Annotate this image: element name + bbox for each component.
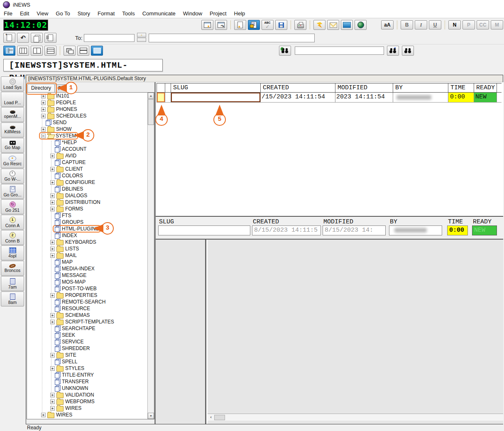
tree-item-media-index[interactable]: MEDIA-INDEX xyxy=(27,265,154,272)
sidebar-button-loadsys[interactable]: Load Sys xyxy=(1,76,24,91)
search-scope-button[interactable] xyxy=(279,46,291,56)
character-case-button[interactable]: aA xyxy=(381,20,394,29)
italic-button[interactable]: I xyxy=(415,20,427,29)
tree-item-service[interactable]: SERVICE xyxy=(27,338,154,345)
tree-item-people[interactable]: +PEOPLE xyxy=(27,99,154,106)
layout-three-columns-button[interactable] xyxy=(17,46,29,56)
sidebar-button-gow[interactable]: Go W-... xyxy=(1,169,24,184)
queue-cell-by[interactable] xyxy=(393,93,448,102)
scrollbar-thumb[interactable] xyxy=(148,99,154,125)
tree-item-map[interactable]: MAP xyxy=(27,259,154,265)
tree-scrollbar[interactable]: ▲ ▼ xyxy=(147,93,154,419)
selected-row-marker[interactable] xyxy=(157,93,165,102)
tree-item-validation[interactable]: +VALIDATION xyxy=(27,392,154,398)
tree-item-groups[interactable]: GROUPS xyxy=(27,219,154,225)
tree-item-system[interactable]: −SYSTEM xyxy=(27,132,154,139)
copy-story-button[interactable] xyxy=(31,33,43,43)
menu-story[interactable]: Story xyxy=(74,9,94,18)
tree-item-site[interactable]: +SITE xyxy=(27,352,154,358)
tree-item-seek[interactable]: SEEK xyxy=(27,332,154,338)
normal-text-button[interactable]: N xyxy=(448,20,461,29)
tree-item-unknown[interactable]: UNKNOWN xyxy=(27,385,154,392)
spinner-down-icon[interactable] xyxy=(137,38,146,42)
new-story-button[interactable] xyxy=(3,33,15,43)
open-story-window-button[interactable] xyxy=(201,20,213,30)
scroll-left-icon[interactable]: ‹ xyxy=(208,414,214,421)
spinner-up-icon[interactable]: ▲ xyxy=(137,33,146,37)
tree-item-forms[interactable]: +FORMS xyxy=(27,206,154,212)
menu-edit[interactable]: Edit xyxy=(16,9,33,18)
queue-story-row[interactable]: /15/2023 14:11:542023 14:11:540:00NEW xyxy=(157,93,502,103)
layout-directory-panel-button[interactable] xyxy=(3,46,15,56)
underline-button[interactable]: U xyxy=(429,20,441,29)
tree-item-resource[interactable]: RESOURCE xyxy=(27,305,154,312)
browse-web-button[interactable] xyxy=(355,20,367,30)
tree-item-webforms[interactable]: +WEBFORMS xyxy=(27,398,154,405)
scroll-down-icon[interactable]: ▼ xyxy=(148,413,154,419)
tree-item-remote-search[interactable]: REMOTE-SEARCH xyxy=(27,299,154,305)
to-spinner[interactable]: ▲ xyxy=(137,33,146,42)
tab-project[interactable]: Proj xyxy=(54,84,71,93)
story-editor-area[interactable] xyxy=(208,240,503,424)
tree-item-schedules[interactable]: +SCHEDULES xyxy=(27,113,154,119)
tab-directory[interactable]: Directory xyxy=(27,84,55,92)
recall-story-button[interactable]: ↶ xyxy=(17,33,29,43)
tree-item-mail[interactable]: +MAIL xyxy=(27,252,154,259)
float-story-button[interactable] xyxy=(44,33,56,43)
menu-go-to[interactable]: Go To xyxy=(52,9,73,18)
menu-tools[interactable]: Tools xyxy=(118,9,138,18)
sidebar-button-openm[interactable]: openM... xyxy=(1,107,24,122)
queue-cell-ready[interactable]: NEW xyxy=(474,93,497,102)
layout-rows-button[interactable] xyxy=(44,46,56,56)
print-button[interactable] xyxy=(294,20,306,30)
form-field-modified[interactable]: 8/15/2023 14: xyxy=(323,225,386,235)
menu-project[interactable]: Project xyxy=(206,9,230,18)
tree-item-title-entry[interactable]: TITLE-ENTRY xyxy=(27,372,154,378)
form-field-created[interactable]: 8/15/2023 14:11:5 xyxy=(252,225,321,235)
tree-item-schemas[interactable]: +SCHEMAS xyxy=(27,312,154,318)
sidebar-button-7am[interactable]: 7am xyxy=(1,276,24,291)
tree-item-properties[interactable]: +PROPERTIES xyxy=(27,292,154,299)
queue-cell-created[interactable]: /15/2023 14:11:54 xyxy=(261,93,335,102)
queue-cell-time[interactable]: 0:00 xyxy=(448,93,474,102)
hscrollbar-thumb[interactable] xyxy=(214,415,225,420)
tree-item-capture[interactable]: CAPTURE xyxy=(27,159,154,166)
sidebar-button-conna[interactable]: 1Conn A xyxy=(1,215,24,230)
sidebar-button-loadp[interactable]: Load P... xyxy=(1,92,24,107)
tree-item-in101[interactable]: +IN101 xyxy=(27,93,154,99)
menu-window[interactable]: Window xyxy=(179,9,206,18)
tree-item-index[interactable]: INDEX xyxy=(27,232,154,239)
layout-split-vertical-button[interactable] xyxy=(91,46,103,56)
presenter-text-button[interactable]: P xyxy=(462,20,475,29)
bold-button[interactable]: B xyxy=(401,20,413,29)
form-field-slug[interactable] xyxy=(158,225,250,235)
sidebar-button-killmess[interactable]: KillMess xyxy=(1,122,24,137)
menu-file[interactable]: File xyxy=(0,9,16,18)
sidebar-button-connb[interactable]: 2Conn B xyxy=(1,230,24,245)
sidebar-button-gogro[interactable]: Go Gro... xyxy=(1,184,24,199)
tree-item-client[interactable]: +CLIENT xyxy=(27,166,154,172)
menu-view[interactable]: View xyxy=(33,9,52,18)
tree-item-dialogs[interactable]: +DIALOGS xyxy=(27,192,154,199)
tree-item-shredder[interactable]: SHREDDER xyxy=(27,345,154,352)
tree-item-configure[interactable]: +CONFIGURE xyxy=(27,179,154,186)
mail-button[interactable] xyxy=(327,20,339,30)
machine-control-text-button[interactable]: M xyxy=(491,20,503,29)
new-story-button[interactable] xyxy=(234,20,246,30)
tree-item-styles[interactable]: +STYLES xyxy=(27,365,154,372)
layout-two-columns-button[interactable] xyxy=(31,46,43,56)
tree-item-spell[interactable]: SPELL xyxy=(27,358,154,365)
tree-item-send[interactable]: SEND xyxy=(27,119,154,126)
tree-item-transfer[interactable]: TRANSFER xyxy=(27,378,154,385)
queue-cell-slug[interactable] xyxy=(171,93,261,102)
sidebar-button-go251[interactable]: Go 251 xyxy=(1,199,24,214)
story-hscrollbar[interactable]: ‹ xyxy=(208,414,503,421)
closed-caption-text-button[interactable]: CC xyxy=(477,20,489,29)
tree-item-mos-map[interactable]: MOS-MAP xyxy=(27,279,154,285)
scroll-up-icon[interactable]: ▲ xyxy=(148,93,154,99)
tree-item-show[interactable]: +SHOW xyxy=(27,126,154,132)
tree-item-post-to-web[interactable]: POST-TO-WEB xyxy=(27,285,154,292)
sidebar-button-4spl[interactable]: 4spl xyxy=(1,245,24,260)
tree-item-wires[interactable]: +WIRES xyxy=(27,405,154,411)
form-field-ready[interactable]: NEW xyxy=(472,225,497,235)
